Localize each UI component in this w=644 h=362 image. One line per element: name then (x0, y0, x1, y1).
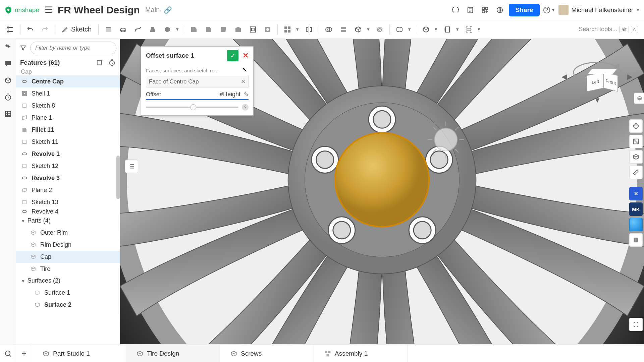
view-cube[interactable]: Left Front (587, 69, 614, 93)
ext-blue-icon[interactable]: ✕ (629, 187, 643, 200)
dropdown-icon[interactable]: ▼ (455, 27, 461, 32)
user-menu[interactable]: Michael Falkensteiner ▼ (558, 5, 640, 15)
filter-icon[interactable] (19, 44, 27, 52)
surfaces-heading[interactable]: ▼Surfaces (2) (16, 275, 120, 287)
rib-icon[interactable] (231, 22, 245, 37)
list-item[interactable]: Cap (16, 251, 120, 263)
sketch-button[interactable]: Sketch (58, 25, 96, 33)
dropdown-icon[interactable]: ▼ (295, 27, 301, 32)
sweep-icon[interactable] (131, 22, 145, 37)
edit-icon[interactable]: ✎ (244, 91, 249, 98)
share-button[interactable]: Share (509, 4, 540, 16)
expand-icon[interactable] (629, 318, 643, 331)
remove-selection-icon[interactable]: ✕ (241, 78, 246, 85)
feature-tree-icon[interactable] (3, 20, 17, 39)
parts-heading[interactable]: ▼Parts (4) (16, 215, 120, 227)
insert-icon[interactable] (3, 42, 13, 52)
dropdown-icon[interactable]: ▼ (477, 27, 483, 32)
dropdown-icon[interactable]: ▼ (434, 27, 440, 32)
braces-icon[interactable] (450, 4, 461, 16)
dropdown-icon[interactable]: ▼ (366, 27, 372, 32)
confirm-button[interactable]: ✓ (227, 50, 238, 61)
list-item[interactable]: Revolve 3 (16, 172, 120, 184)
list-item[interactable]: Sketch 13 (16, 196, 120, 208)
add-feature-icon[interactable] (96, 59, 104, 66)
list-item[interactable]: Revolve 1 (16, 148, 120, 160)
undo-button[interactable] (23, 22, 37, 37)
boolean-icon[interactable] (322, 22, 336, 37)
list-item[interactable]: Sketch 8 (16, 100, 120, 112)
branch-label[interactable]: Main (145, 6, 160, 14)
split-icon[interactable] (336, 22, 351, 37)
draft-icon[interactable] (216, 22, 230, 37)
globe-icon[interactable] (494, 4, 505, 16)
transform-icon[interactable] (351, 22, 365, 37)
list-item[interactable]: Sketch 12 (16, 160, 120, 172)
list-item[interactable]: Plane 1 (16, 112, 120, 124)
tab-assembly-1[interactable]: Assembly 1 (314, 345, 408, 362)
list-item[interactable]: Surface 1 (16, 287, 120, 299)
measure-icon[interactable] (629, 166, 643, 179)
revolve-icon[interactable] (116, 22, 130, 37)
arrow-left-icon[interactable]: ◀ (561, 72, 567, 81)
list-toggle-icon[interactable] (125, 160, 138, 173)
view-menu-icon[interactable] (634, 93, 644, 104)
dropdown-icon[interactable]: ▼ (175, 27, 181, 32)
comment-icon[interactable] (3, 58, 13, 69)
section-icon[interactable] (629, 135, 643, 148)
offset-slider[interactable] (146, 107, 238, 108)
list-item[interactable]: Shell 1 (16, 87, 120, 100)
list-item[interactable]: Revolve 4 (16, 208, 120, 215)
timer-icon[interactable] (3, 92, 13, 103)
tab-list-icon[interactable] (0, 345, 16, 362)
thicken-icon[interactable] (160, 22, 174, 37)
ext-globe-icon[interactable] (629, 218, 643, 231)
pattern-icon[interactable] (280, 22, 294, 37)
appearance-icon[interactable] (629, 119, 643, 133)
view-orientation[interactable]: Left Front ◀ ▶ ▼ (564, 46, 631, 113)
tab-tire-design[interactable]: Tire Design (126, 345, 220, 362)
apps-icon[interactable] (479, 4, 491, 16)
ext-more-icon[interactable] (629, 233, 643, 247)
bom-icon[interactable] (3, 109, 13, 119)
delete-icon[interactable] (373, 22, 387, 37)
isometric-icon[interactable] (629, 150, 643, 164)
extrude-icon[interactable] (101, 22, 115, 37)
dropdown-icon[interactable]: ▼ (407, 27, 413, 32)
rollback-icon[interactable] (108, 59, 116, 66)
arrow-right-icon[interactable]: ▶ (627, 72, 633, 81)
document-title[interactable]: FR Wheel Design (58, 4, 140, 16)
offset-value[interactable]: #Height (220, 91, 240, 98)
selection-chip[interactable]: Face of Centre Cap ✕ (146, 76, 249, 87)
frame-icon[interactable] (462, 22, 476, 37)
list-item[interactable]: Cap (16, 68, 120, 75)
list-item[interactable]: Surface 2 (16, 299, 120, 311)
tab-screws[interactable]: Screws (220, 345, 314, 362)
sheet-icon[interactable] (440, 22, 454, 37)
graphics-viewport[interactable]: Offset surface 1 ✓ ✕ Faces, surfaces, an… (120, 39, 644, 345)
search-tools[interactable]: Search tools... alt c (575, 26, 641, 33)
list-item[interactable]: Centre Cap (16, 75, 120, 87)
cancel-button[interactable]: ✕ (240, 50, 251, 61)
notes-icon[interactable] (465, 4, 476, 16)
list-item[interactable]: Sketch 11 (16, 136, 120, 148)
chamfer-icon[interactable] (202, 22, 216, 37)
arrow-down-icon[interactable]: ▼ (594, 96, 601, 105)
fillet-icon[interactable] (187, 22, 201, 37)
link-icon[interactable]: 🔗 (164, 6, 172, 14)
surface-icon[interactable] (392, 22, 407, 37)
plane-icon[interactable] (419, 22, 433, 37)
brand-logo[interactable]: onshape (4, 6, 39, 14)
loft-icon[interactable] (146, 22, 160, 37)
redo-button[interactable] (38, 22, 52, 37)
shell-icon[interactable] (246, 22, 260, 37)
ext-mk-icon[interactable]: MK (629, 202, 643, 216)
list-item[interactable]: Plane 2 (16, 184, 120, 196)
help-icon[interactable]: ? (242, 104, 249, 111)
filter-input[interactable] (30, 42, 116, 54)
hole-icon[interactable] (261, 22, 275, 37)
help-button[interactable]: ▼ (543, 6, 555, 14)
scrollbar[interactable] (116, 156, 120, 199)
list-item[interactable]: Rim Design (16, 239, 120, 251)
tab-part-studio-1[interactable]: Part Studio 1 (32, 345, 126, 362)
